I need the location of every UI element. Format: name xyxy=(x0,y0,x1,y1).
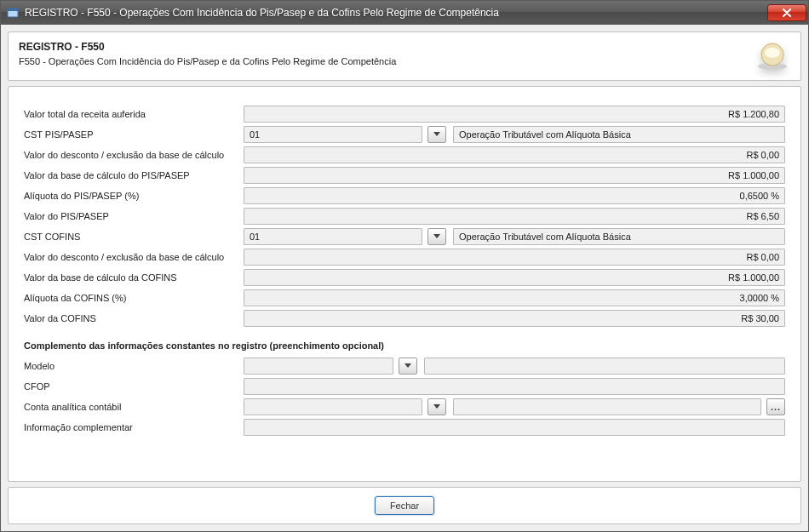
label-aliq-cofins: Alíquota da COFINS (%) xyxy=(24,293,244,303)
field-receita[interactable]: R$ 1.200,80 xyxy=(244,106,785,123)
close-icon xyxy=(782,9,792,17)
fechar-button[interactable]: Fechar xyxy=(375,496,434,515)
field-conta-desc xyxy=(453,398,761,415)
field-desc-cofins[interactable]: R$ 0,00 xyxy=(244,249,785,266)
field-desc-pis[interactable]: R$ 0,00 xyxy=(244,146,785,163)
field-val-pis[interactable]: R$ 6,50 xyxy=(244,208,785,225)
chevron-down-icon xyxy=(433,132,440,137)
window-title: REGISTRO - F550 - Operações Com Incidênc… xyxy=(25,7,767,19)
header-text: REGISTRO - F550 F550 - Operações Com Inc… xyxy=(19,41,754,66)
label-desc-cofins: Valor do desconto / exclusão da base de … xyxy=(24,252,244,262)
header-logo-icon xyxy=(754,41,790,72)
row-aliq-cofins: Alíquota da COFINS (%) 3,0000 % xyxy=(24,288,785,308)
row-info: Informação complementar xyxy=(24,417,785,438)
dropdown-cst-pis[interactable] xyxy=(427,126,446,143)
field-base-cofins[interactable]: R$ 1.000,00 xyxy=(244,269,785,286)
titlebar: REGISTRO - F550 - Operações Com Incidênc… xyxy=(1,1,808,25)
field-cst-pis-desc: Operação Tributável com Alíquota Básica xyxy=(453,126,785,143)
header-panel: REGISTRO - F550 F550 - Operações Com Inc… xyxy=(8,31,801,81)
label-base-pis: Valor da base de cálculo do PIS/PASEP xyxy=(24,170,244,180)
field-aliq-pis[interactable]: 0,6500 % xyxy=(244,187,785,204)
row-desc-pis: Valor do desconto / exclusão da base de … xyxy=(24,145,785,165)
label-desc-pis: Valor do desconto / exclusão da base de … xyxy=(24,150,244,160)
label-cfop: CFOP xyxy=(24,381,244,392)
app-icon xyxy=(6,6,20,20)
section-complemento-title: Complemento das informações constantes n… xyxy=(24,340,785,351)
field-base-pis[interactable]: R$ 1.000,00 xyxy=(244,167,785,184)
field-modelo-desc xyxy=(424,358,785,375)
label-receita: Valor total da receita auferida xyxy=(24,109,244,119)
form-panel: Valor total da receita auferida R$ 1.200… xyxy=(8,86,801,482)
row-cfop: CFOP xyxy=(24,376,785,397)
field-cfop[interactable] xyxy=(244,378,785,395)
row-cst-cofins: CST COFINS 01 Operação Tributável com Al… xyxy=(24,226,785,247)
field-info[interactable] xyxy=(244,419,785,436)
dropdown-cst-cofins[interactable] xyxy=(427,228,446,245)
header-subtitle: F550 - Operações Com Incidência do Pis/P… xyxy=(19,56,754,66)
field-modelo-code[interactable] xyxy=(244,358,393,375)
row-base-pis: Valor da base de cálculo do PIS/PASEP R$… xyxy=(24,165,785,186)
row-receita: Valor total da receita auferida R$ 1.200… xyxy=(24,104,785,124)
browse-conta-button[interactable]: ... xyxy=(766,398,785,415)
chevron-down-icon xyxy=(404,363,411,369)
field-conta-code[interactable] xyxy=(244,398,422,415)
row-conta: Conta analítica contábil ... xyxy=(24,397,785,417)
chevron-down-icon xyxy=(433,404,440,409)
field-val-cofins[interactable]: R$ 30,00 xyxy=(244,310,785,327)
dropdown-modelo[interactable] xyxy=(399,358,417,375)
row-base-cofins: Valor da base de cálculo da COFINS R$ 1.… xyxy=(24,267,785,288)
field-cst-cofins-desc: Operação Tributável com Alíquota Básica xyxy=(453,228,785,245)
field-cst-cofins-code[interactable]: 01 xyxy=(244,228,422,245)
field-cst-pis-code[interactable]: 01 xyxy=(244,126,422,143)
row-cst-pis: CST PIS/PASEP 01 Operação Tributável com… xyxy=(24,124,785,145)
label-base-cofins: Valor da base de cálculo da COFINS xyxy=(24,272,244,283)
row-val-cofins: Valor da COFINS R$ 30,00 xyxy=(24,308,785,329)
footer-panel: Fechar xyxy=(8,487,801,524)
chevron-down-icon xyxy=(433,234,440,239)
label-conta: Conta analítica contábil xyxy=(24,402,244,412)
header-title: REGISTRO - F550 xyxy=(19,41,754,53)
field-aliq-cofins[interactable]: 3,0000 % xyxy=(244,289,785,306)
label-cst-cofins: CST COFINS xyxy=(24,232,244,242)
close-button[interactable] xyxy=(767,4,806,21)
label-info: Informação complementar xyxy=(24,422,244,432)
window-body: REGISTRO - F550 F550 - Operações Com Inc… xyxy=(1,25,808,531)
label-val-pis: Valor do PIS/PASEP xyxy=(24,211,244,221)
dropdown-conta[interactable] xyxy=(427,398,446,415)
svg-rect-1 xyxy=(8,9,18,11)
row-aliq-pis: Alíquota do PIS/PASEP (%) 0,6500 % xyxy=(24,186,785,206)
row-desc-cofins: Valor do desconto / exclusão da base de … xyxy=(24,247,785,267)
label-aliq-pis: Alíquota do PIS/PASEP (%) xyxy=(24,191,244,201)
row-val-pis: Valor do PIS/PASEP R$ 6,50 xyxy=(24,206,785,226)
window-frame: REGISTRO - F550 - Operações Com Incidênc… xyxy=(0,0,809,532)
label-modelo: Modelo xyxy=(24,361,244,371)
label-val-cofins: Valor da COFINS xyxy=(24,313,244,323)
row-modelo: Modelo xyxy=(24,356,785,376)
svg-point-4 xyxy=(765,48,780,58)
label-cst-pis: CST PIS/PASEP xyxy=(24,129,244,140)
